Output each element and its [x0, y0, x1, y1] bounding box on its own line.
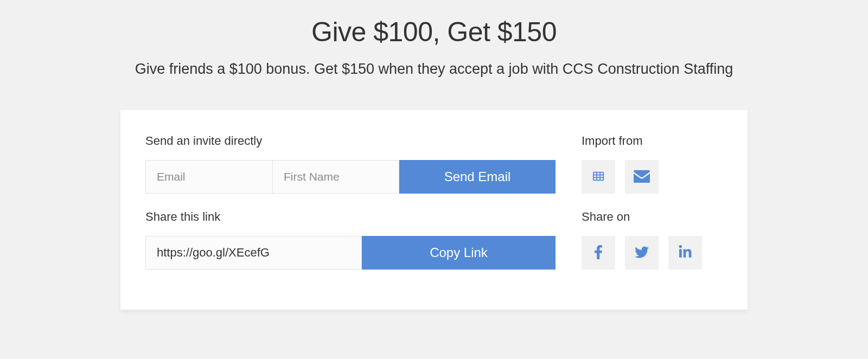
svg-rect-0 [593, 172, 603, 180]
import-section-label: Import from [582, 134, 723, 148]
page-title: Give $100, Get $150 [0, 16, 868, 48]
linkedin-icon [678, 245, 692, 261]
copy-link-button[interactable]: Copy Link [362, 236, 556, 270]
firstname-input[interactable] [272, 160, 399, 194]
invite-section-label: Send an invite directly [145, 134, 556, 148]
referral-card: Send an invite directly Send Email Share… [120, 110, 748, 310]
page-subtitle: Give friends a $100 bonus. Get $150 when… [0, 61, 868, 78]
envelope-icon [634, 170, 650, 184]
facebook-icon [591, 245, 605, 261]
import-contacts-button[interactable] [582, 160, 615, 194]
email-input[interactable] [145, 160, 272, 194]
grid-icon [592, 170, 604, 184]
share-facebook-button[interactable] [582, 236, 615, 270]
twitter-icon [635, 245, 649, 261]
share-link-input[interactable] [145, 236, 362, 270]
share-link-section-label: Share this link [145, 210, 556, 224]
share-on-section-label: Share on [582, 210, 723, 224]
send-email-button[interactable]: Send Email [399, 160, 556, 194]
share-twitter-button[interactable] [625, 236, 659, 270]
import-email-button[interactable] [625, 160, 659, 194]
share-linkedin-button[interactable] [668, 236, 702, 270]
